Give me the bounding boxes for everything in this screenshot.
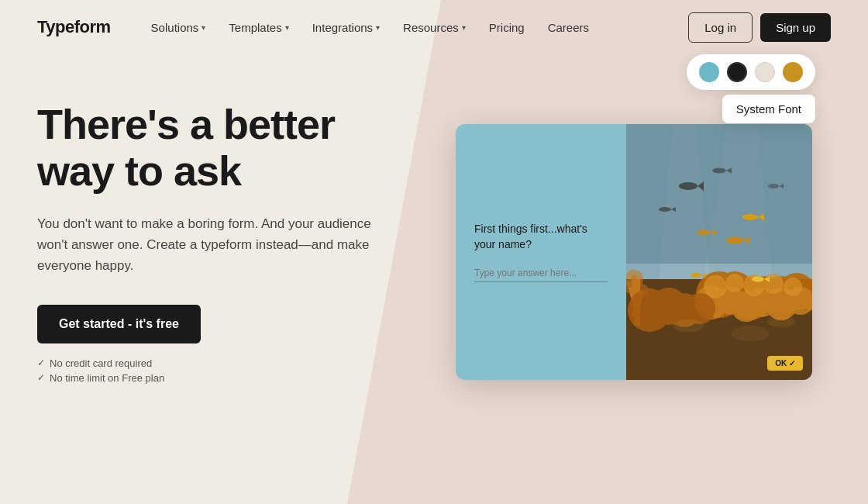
nav-item-careers[interactable]: Careers — [539, 15, 598, 40]
nav-item-solutions[interactable]: Solutions ▾ — [142, 15, 215, 40]
svg-point-8 — [659, 207, 671, 212]
hero-section: There's a better way to ask You don't wa… — [0, 54, 868, 384]
navbar: Typeform Solutions ▾ Templates ▾ Integra… — [0, 0, 868, 54]
form-question: First things first...what's your name? — [474, 222, 608, 252]
color-picker-panel: System Font — [687, 54, 815, 123]
svg-point-14 — [726, 237, 743, 244]
pricing-label: Pricing — [489, 21, 525, 34]
coral-scene-svg — [626, 124, 812, 380]
nav-item-resources[interactable]: Resources ▾ — [394, 15, 475, 40]
svg-point-47 — [684, 293, 715, 324]
solutions-label: Solutions — [151, 21, 199, 34]
swatch-gold[interactable] — [783, 62, 803, 82]
badge-no-credit-card-label: No credit card required — [50, 357, 152, 369]
svg-point-40 — [725, 274, 744, 292]
svg-point-54 — [767, 316, 795, 327]
svg-point-16 — [697, 230, 711, 236]
hero-description: You don't want to make a boring form. An… — [37, 213, 378, 277]
resources-label: Resources — [403, 21, 459, 34]
svg-point-43 — [784, 278, 802, 296]
svg-point-52 — [673, 319, 704, 332]
check-icon: ✓ — [37, 372, 45, 383]
svg-point-50 — [691, 273, 701, 278]
chevron-down-icon: ▾ — [376, 23, 380, 32]
hero-title: There's a better way to ask — [37, 101, 409, 195]
form-answer-input[interactable] — [474, 264, 608, 282]
badge-no-time-limit: ✓ No time limit on Free plan — [37, 372, 409, 384]
nav-item-templates[interactable]: Templates ▾ — [219, 15, 298, 40]
logo[interactable]: Typeform — [37, 17, 111, 37]
form-preview-card: First things first...what's your name? — [456, 124, 812, 380]
hero-visual: System Font First things first...what's … — [456, 78, 831, 380]
font-label[interactable]: System Font — [722, 95, 815, 123]
color-swatches — [687, 54, 815, 90]
check-icon: ✓ — [37, 357, 45, 368]
hero-badges: ✓ No credit card required ✓ No time limi… — [37, 357, 409, 384]
nav-links: Solutions ▾ Templates ▾ Integrations ▾ R… — [142, 15, 689, 40]
svg-point-10 — [712, 168, 726, 174]
form-card-left: First things first...what's your name? — [456, 124, 626, 380]
swatch-beige[interactable] — [755, 62, 775, 82]
svg-rect-3 — [626, 124, 812, 264]
nav-item-pricing[interactable]: Pricing — [480, 15, 534, 40]
chevron-down-icon: ▾ — [285, 23, 289, 32]
hero-content: There's a better way to ask You don't wa… — [37, 85, 409, 384]
login-button[interactable]: Log in — [688, 12, 753, 43]
svg-point-4 — [679, 182, 698, 190]
nav-item-integrations[interactable]: Integrations ▾ — [303, 15, 389, 40]
badge-no-credit-card: ✓ No credit card required — [37, 357, 409, 369]
svg-point-12 — [768, 184, 779, 188]
svg-point-48 — [752, 277, 764, 282]
chevron-down-icon: ▾ — [462, 23, 466, 32]
svg-point-42 — [763, 274, 784, 294]
templates-label: Templates — [229, 21, 281, 34]
badge-no-time-limit-label: No time limit on Free plan — [50, 372, 164, 384]
form-card-right: OK ✓ — [626, 124, 812, 380]
card-next-button[interactable]: OK ✓ — [767, 356, 803, 371]
chevron-down-icon: ▾ — [202, 23, 205, 32]
svg-point-6 — [742, 214, 758, 220]
swatch-black[interactable] — [727, 62, 747, 82]
nav-actions: Log in Sign up — [688, 12, 831, 43]
cta-button[interactable]: Get started - it's free — [37, 305, 201, 343]
swatch-teal[interactable] — [699, 62, 719, 82]
svg-point-53 — [731, 326, 770, 341]
careers-label: Careers — [548, 21, 589, 34]
integrations-label: Integrations — [312, 21, 373, 34]
signup-button[interactable]: Sign up — [760, 13, 831, 42]
